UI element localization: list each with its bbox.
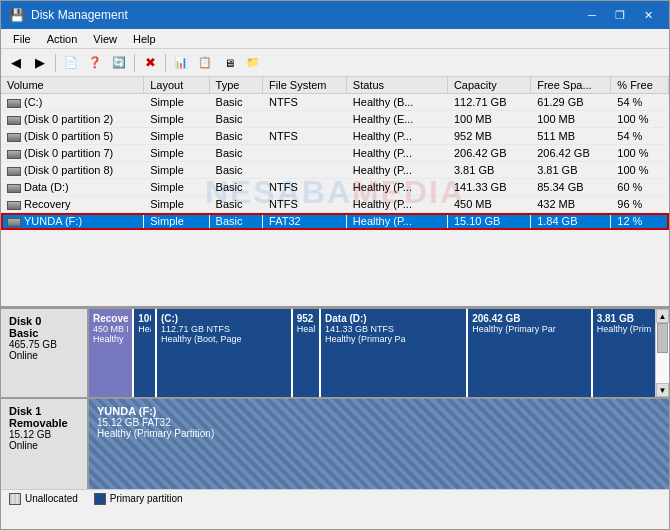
part-recovery-size: 450 MB I: [93, 324, 128, 334]
tool1-button[interactable]: 📊: [170, 52, 192, 74]
partition-100mb[interactable]: 100 M Healt: [134, 309, 157, 397]
table-row[interactable]: RecoverySimpleBasicNTFSHealthy (P...450 …: [1, 196, 669, 213]
part-data-size: 141.33 GB NTFS: [325, 324, 462, 334]
part-206gb-size: Healthy (Primary Par: [472, 324, 587, 334]
table-row[interactable]: (Disk 0 partition 5)SimpleBasicNTFSHealt…: [1, 128, 669, 145]
disk0-size: 465.75 GB: [9, 339, 79, 350]
content-area: NESABAMEDIA Volume Layout Type File Syst…: [1, 77, 669, 529]
col-pct[interactable]: % Free: [611, 77, 669, 94]
table-cell: NTFS: [263, 196, 347, 213]
partition-data[interactable]: Data (D:) 141.33 GB NTFS Healthy (Primar…: [321, 309, 468, 397]
disk1-partitions: YUNDA (F:) 15.12 GB FAT32 Healthy (Prima…: [89, 399, 669, 489]
disk1-label: Disk 1 Removable 15.12 GB Online: [1, 399, 89, 489]
table-cell: (C:): [1, 94, 144, 111]
close-button[interactable]: ✕: [635, 6, 661, 24]
table-cell: (Disk 0 partition 7): [1, 145, 144, 162]
table-cell: Simple: [144, 179, 209, 196]
table-cell: 100 MB: [447, 111, 530, 128]
col-fs[interactable]: File System: [263, 77, 347, 94]
table-cell: Healthy (E...: [346, 111, 447, 128]
unallocated-icon: [9, 493, 21, 505]
minimize-button[interactable]: ─: [579, 6, 605, 24]
table-cell: Basic: [209, 145, 263, 162]
disk-table: Volume Layout Type File System Status Ca…: [1, 77, 669, 230]
yunda-name: YUNDA (F:): [97, 405, 661, 417]
col-type[interactable]: Type: [209, 77, 263, 94]
col-capacity[interactable]: Capacity: [447, 77, 530, 94]
table-row[interactable]: YUNDA (F:)SimpleBasicFAT32Healthy (P...1…: [1, 213, 669, 230]
table-row[interactable]: (Disk 0 partition 8)SimpleBasicHealthy (…: [1, 162, 669, 179]
partition-206gb[interactable]: 206.42 GB Healthy (Primary Par: [468, 309, 593, 397]
table-cell: Simple: [144, 145, 209, 162]
partition-c[interactable]: (C:) 112.71 GB NTFS Healthy (Boot, Page: [157, 309, 293, 397]
back-button[interactable]: ◀: [5, 52, 27, 74]
toolbar-separator-1: [55, 54, 56, 72]
table-cell: 15.10 GB: [447, 213, 530, 230]
tool2-button[interactable]: 📋: [194, 52, 216, 74]
table-cell: Healthy (P...: [346, 179, 447, 196]
legend-primary: Primary partition: [94, 493, 183, 505]
disk-management-window: 💾 Disk Management ─ ❐ ✕ File Action View…: [0, 0, 670, 530]
table-cell: 450 MB: [447, 196, 530, 213]
restore-button[interactable]: ❐: [607, 6, 633, 24]
scroll-down[interactable]: ▼: [656, 383, 669, 397]
partition-381gb[interactable]: 3.81 GB Healthy (Prim: [593, 309, 655, 397]
scroll-thumb[interactable]: [657, 323, 668, 353]
col-layout[interactable]: Layout: [144, 77, 209, 94]
table-cell: Simple: [144, 162, 209, 179]
table-cell: 54 %: [611, 94, 669, 111]
table-cell: 96 %: [611, 196, 669, 213]
disk1-status: Online: [9, 440, 79, 451]
legend-primary-label: Primary partition: [110, 493, 183, 504]
part-100mb-name: 100 M: [138, 313, 151, 324]
table-cell: Data (D:): [1, 179, 144, 196]
scroll-up[interactable]: ▲: [656, 309, 669, 323]
menu-action[interactable]: Action: [39, 31, 86, 47]
window-title: Disk Management: [31, 8, 128, 22]
table-cell: Healthy (P...: [346, 145, 447, 162]
col-volume[interactable]: Volume: [1, 77, 144, 94]
table-cell: YUNDA (F:): [1, 213, 144, 230]
part-recovery-status: Healthy: [93, 334, 128, 344]
disk-icon: [7, 201, 21, 210]
partition-952mb[interactable]: 952 MB N Healthy (C: [293, 309, 321, 397]
table-row[interactable]: (Disk 0 partition 2)SimpleBasicHealthy (…: [1, 111, 669, 128]
menu-help[interactable]: Help: [125, 31, 164, 47]
disk1-title: Disk 1: [9, 405, 79, 417]
title-bar: 💾 Disk Management ─ ❐ ✕: [1, 1, 669, 29]
tool4-button[interactable]: 📁: [242, 52, 264, 74]
scroll-track: [656, 323, 669, 383]
table-cell: 1.84 GB: [531, 213, 611, 230]
col-status[interactable]: Status: [346, 77, 447, 94]
properties-button[interactable]: 📄: [60, 52, 82, 74]
table-row[interactable]: Data (D:)SimpleBasicNTFSHealthy (P...141…: [1, 179, 669, 196]
disk-icon: [7, 218, 21, 227]
refresh-button[interactable]: 🔄: [108, 52, 130, 74]
forward-button[interactable]: ▶: [29, 52, 51, 74]
help-button[interactable]: ❓: [84, 52, 106, 74]
table-cell: 12 %: [611, 213, 669, 230]
table-cell: Simple: [144, 213, 209, 230]
title-icon: 💾: [9, 8, 25, 23]
table-cell: [263, 111, 347, 128]
yunda-status: Healthy (Primary Partition): [97, 428, 661, 439]
part-c-name: (C:): [161, 313, 287, 324]
table-row[interactable]: (Disk 0 partition 7)SimpleBasicHealthy (…: [1, 145, 669, 162]
table-cell: 3.81 GB: [531, 162, 611, 179]
menu-file[interactable]: File: [5, 31, 39, 47]
table-cell: 100 %: [611, 162, 669, 179]
table-cell: 141.33 GB: [447, 179, 530, 196]
disk-scrollbar[interactable]: ▲ ▼: [655, 309, 669, 397]
col-free[interactable]: Free Spa...: [531, 77, 611, 94]
menu-view[interactable]: View: [85, 31, 125, 47]
partition-recovery[interactable]: Recove 450 MB I Healthy: [89, 309, 134, 397]
table-row[interactable]: (C:)SimpleBasicNTFSHealthy (B...112.71 G…: [1, 94, 669, 111]
tool3-button[interactable]: 🖥: [218, 52, 240, 74]
disk1-section: Disk 1 Removable 15.12 GB Online YUNDA (…: [1, 399, 669, 489]
table-cell: Recovery: [1, 196, 144, 213]
delete-button[interactable]: ✖: [139, 52, 161, 74]
primary-icon: [94, 493, 106, 505]
partition-yunda[interactable]: YUNDA (F:) 15.12 GB FAT32 Healthy (Prima…: [89, 399, 669, 489]
table-cell: Basic: [209, 213, 263, 230]
part-c-size: 112.71 GB NTFS: [161, 324, 287, 334]
